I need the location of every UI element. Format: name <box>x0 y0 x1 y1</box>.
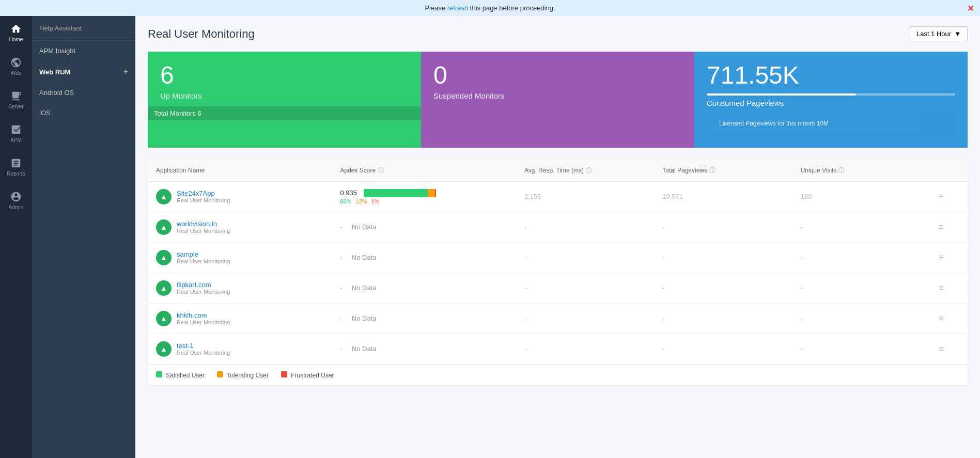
app-type: Real User Monitoring <box>177 228 230 234</box>
legend-item-satisfied: Satisfied User <box>156 371 205 379</box>
app-type: Real User Monitoring <box>177 289 230 295</box>
sidebar-home-label: Home <box>9 37 23 42</box>
sidebar-item-web[interactable]: Web <box>0 50 32 83</box>
pageviews-label: Consumed Pageviews <box>707 99 955 107</box>
avg-resp-info-icon[interactable]: ⓘ <box>586 166 592 175</box>
time-selector[interactable]: Last 1 Hour ▼ <box>910 26 968 41</box>
pageviews-sublabel: Licensed Pageviews for this month 10M <box>707 109 955 137</box>
no-data-label: No Data <box>352 345 377 353</box>
unique-visits-value: - <box>801 254 939 261</box>
app-name-link[interactable]: sample <box>177 250 230 258</box>
row-menu-icon[interactable]: ≡ <box>939 344 959 354</box>
no-data-label: No Data <box>352 223 377 231</box>
main-sidebar: Home Web Server APM Reports Admin <box>0 16 32 458</box>
total-pv-value: - <box>662 345 800 353</box>
total-pv-value: 10,571 <box>662 193 800 200</box>
table-header: Application Name Apdex Score ⓘ Avg. Resp… <box>148 160 968 182</box>
unique-visits-value: - <box>801 284 939 292</box>
col-avg-resp: Avg. Resp. Time (ms) ⓘ <box>524 166 662 175</box>
app-name-link[interactable]: Site24x7App <box>177 189 230 197</box>
close-banner-button[interactable]: ✕ <box>967 3 974 13</box>
up-status-icon: ▲ <box>156 250 172 265</box>
apdex-cell: - No Data <box>340 284 524 292</box>
apdex-frustrated-pct: 1% <box>371 198 380 204</box>
apdex-cell: - No Data <box>340 223 524 231</box>
banner-text-after: this page before proceeding. <box>468 4 555 12</box>
sub-sidebar-web-rum[interactable]: Web RUM + <box>32 61 135 83</box>
sidebar-item-reports[interactable]: Reports <box>0 150 32 184</box>
add-web-rum-icon[interactable]: + <box>123 67 128 76</box>
apdex-cell: 0.935 88% 12% 1% <box>340 189 524 204</box>
app-name-cell: ▲ worldvision.in Real User Monitoring <box>156 219 340 235</box>
total-pv-value: - <box>662 314 800 322</box>
sidebar-web-label: Web <box>11 70 21 76</box>
no-data-label: No Data <box>352 254 377 261</box>
sub-sidebar-header: Help Assistant <box>32 16 135 41</box>
apdex-cell: - No Data <box>340 254 524 261</box>
row-menu-icon[interactable]: ≡ <box>939 223 959 232</box>
up-status-icon: ▲ <box>156 311 172 326</box>
col-app-name: Application Name <box>156 166 340 175</box>
app-type: Real User Monitoring <box>177 197 230 203</box>
sub-sidebar-android-os[interactable]: Android OS <box>32 83 135 103</box>
monitors-table: Application Name Apdex Score ⓘ Avg. Resp… <box>148 160 968 385</box>
table-row: ▲ worldvision.in Real User Monitoring - … <box>148 212 968 243</box>
apdex-info-icon[interactable]: ⓘ <box>378 166 384 175</box>
total-pv-value: - <box>662 254 800 261</box>
sub-sidebar: Help Assistant APM Insight Web RUM + And… <box>32 16 135 458</box>
row-menu-icon[interactable]: ≡ <box>939 283 959 293</box>
apdex-labels: 88% 12% 1% <box>340 198 524 204</box>
table-row: ▲ sample Real User Monitoring - No Data … <box>148 243 968 273</box>
avg-resp-value: - <box>524 284 662 292</box>
col-actions <box>939 166 959 175</box>
app-name-link[interactable]: test-1 <box>177 342 230 350</box>
up-monitors-sublabel: Total Monitors 6 <box>148 106 421 120</box>
apdex-bar <box>364 189 436 197</box>
app-name-link[interactable]: khklh.com <box>177 311 230 319</box>
sidebar-item-home[interactable]: Home <box>0 16 32 50</box>
up-monitors-number: 6 <box>160 62 409 89</box>
sidebar-item-apm[interactable]: APM <box>0 117 32 150</box>
app-name-link[interactable]: worldvision.in <box>177 220 230 228</box>
app-type: Real User Monitoring <box>177 350 230 356</box>
row-menu-icon[interactable]: ≡ <box>939 253 959 262</box>
sidebar-server-label: Server <box>8 104 23 109</box>
stats-row: 6 Up Monitors Total Monitors 6 0 Suspend… <box>148 52 968 148</box>
chevron-down-icon: ▼ <box>954 30 961 38</box>
unique-visits-info-icon[interactable]: ⓘ <box>838 166 845 175</box>
up-status-icon: ▲ <box>156 280 172 296</box>
avg-resp-value: - <box>524 223 662 231</box>
sidebar-apm-label: APM <box>10 137 22 143</box>
pageviews-card: 711.55K Consumed Pageviews Licensed Page… <box>694 52 968 148</box>
col-unique-visits: Unique Visits ⓘ <box>801 166 939 175</box>
sub-sidebar-ios[interactable]: iOS <box>32 103 135 123</box>
apdex-frustrated <box>435 189 437 197</box>
frustrated-dot <box>281 371 287 377</box>
avg-resp-value: - <box>524 254 662 261</box>
page-header: Real User Monitoring Last 1 Hour ▼ <box>148 26 968 41</box>
up-status-icon: ▲ <box>156 189 172 204</box>
apdex-satisfied-pct: 88% <box>340 198 351 204</box>
sidebar-item-admin[interactable]: Admin <box>0 184 32 217</box>
sub-sidebar-apm-insight[interactable]: APM Insight <box>32 41 135 61</box>
total-pv-value: - <box>662 284 800 292</box>
up-monitors-label: Up Monitors <box>160 91 409 100</box>
unique-visits-value: - <box>801 223 939 231</box>
apdex-satisfied <box>364 189 427 197</box>
app-name-link[interactable]: flipkart.com <box>177 281 230 289</box>
sidebar-item-server[interactable]: Server <box>0 83 32 117</box>
refresh-link[interactable]: refresh <box>447 4 468 12</box>
suspended-monitors-card: 0 Suspended Monitors <box>421 52 694 148</box>
row-menu-icon[interactable]: ≡ <box>939 192 959 201</box>
main-content: Real User Monitoring Last 1 Hour ▼ 6 Up … <box>135 16 980 458</box>
row-menu-icon[interactable]: ≡ <box>939 314 959 323</box>
page-title: Real User Monitoring <box>148 27 255 41</box>
apdex-score: 0.935 <box>340 189 359 197</box>
top-banner: Please refresh this page before proceedi… <box>0 0 980 16</box>
avg-resp-value: - <box>524 314 662 322</box>
total-pv-info-icon[interactable]: ⓘ <box>709 166 715 175</box>
up-monitors-card: 6 Up Monitors Total Monitors 6 <box>148 52 421 148</box>
app-type: Real User Monitoring <box>177 258 230 264</box>
apdex-score-dash: - <box>340 284 342 292</box>
up-status-icon: ▲ <box>156 341 172 357</box>
